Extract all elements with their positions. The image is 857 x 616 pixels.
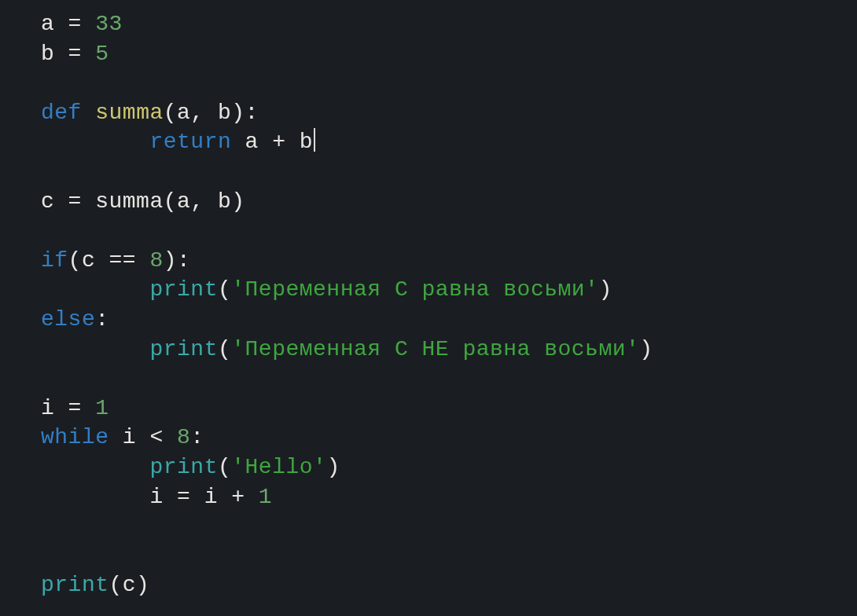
code-token [41, 277, 149, 302]
text-cursor [314, 128, 315, 151]
code-line: a = 33 [41, 12, 123, 36]
code-line: b = 5 [41, 42, 109, 66]
code-line: return a + b [41, 130, 315, 154]
code-token: a + b [231, 130, 313, 154]
code-token [41, 337, 149, 361]
code-token: i = [41, 396, 95, 420]
code-line: if(c == 8): [41, 248, 190, 273]
code-token: 33 [95, 12, 123, 36]
code-token: 'Переменная С равна восьми' [231, 277, 598, 302]
code-token: 8 [149, 248, 163, 273]
code-token: b = [41, 42, 95, 66]
code-token: while [41, 425, 109, 449]
code-token [41, 455, 149, 479]
code-token: return [149, 130, 231, 154]
code-token: print [149, 277, 218, 302]
code-token [41, 130, 149, 154]
code-token: else [41, 307, 95, 332]
code-line: i = i + 1 [41, 485, 272, 509]
code-token: : [190, 425, 204, 449]
code-token [82, 101, 95, 125]
code-line: def summa(a, b): [41, 101, 259, 125]
code-token: ) [639, 337, 653, 361]
code-token: i = i + [41, 485, 259, 509]
code-line: print(c) [41, 573, 149, 597]
code-line: c = summa(a, b) [41, 189, 245, 214]
code-token: ( [218, 277, 231, 302]
code-token: def [41, 101, 82, 125]
code-token: 5 [95, 42, 109, 66]
code-line: print('Переменная С равна восьми') [41, 277, 612, 302]
code-line: else: [41, 307, 109, 332]
code-token: print [149, 337, 218, 361]
code-token: (c == [68, 248, 150, 273]
code-token: 8 [177, 425, 190, 449]
code-token: a = [41, 12, 95, 36]
code-token: 'Переменная С НЕ равна восьми' [231, 337, 639, 361]
code-editor[interactable]: a = 33 b = 5 def summa(a, b): return a +… [0, 0, 857, 600]
code-line: print('Переменная С НЕ равна восьми') [41, 337, 653, 361]
code-line: print('Hello') [41, 455, 340, 479]
code-token: 1 [259, 485, 272, 509]
code-token: (c) [109, 573, 150, 597]
code-line: i = 1 [41, 396, 109, 420]
code-token: c = summa(a, b) [41, 189, 245, 214]
code-token: 1 [95, 396, 109, 420]
code-token: ) [598, 277, 612, 302]
code-token: ) [326, 455, 340, 479]
code-token: 'Hello' [231, 455, 326, 479]
code-token: i < [109, 425, 178, 449]
code-token: summa [95, 101, 164, 125]
code-token: ( [218, 337, 231, 361]
code-token: : [95, 307, 109, 332]
code-line: while i < 8: [41, 425, 204, 449]
code-token: ( [218, 455, 231, 479]
code-token: ): [164, 248, 191, 273]
code-token: (a, b): [164, 101, 259, 125]
code-token: print [41, 573, 109, 597]
code-token: print [149, 455, 218, 479]
code-token: if [41, 248, 68, 273]
